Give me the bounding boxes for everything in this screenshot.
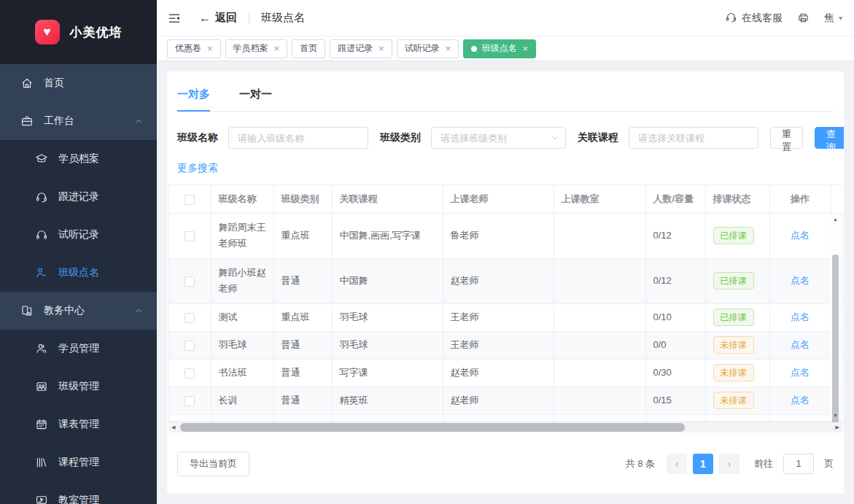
horizontal-scrollbar-thumb[interactable] bbox=[180, 423, 685, 432]
table-header-row: 班级名称班级类别关联课程上课老师上课教室人数/容量排课状态操作 bbox=[169, 185, 844, 213]
cell-name: 测试 bbox=[211, 303, 273, 331]
sidebar-item-class-rollcall[interactable]: 班级点名 bbox=[0, 254, 157, 292]
tab-one-to-one[interactable]: 一对一 bbox=[239, 88, 272, 111]
prev-page-button[interactable]: ‹ bbox=[667, 454, 687, 474]
sidebar-item-schedule-manage[interactable]: 课表管理 bbox=[0, 406, 157, 443]
current-page-button[interactable]: 1 bbox=[693, 454, 713, 474]
column-header: 上课老师 bbox=[443, 185, 554, 213]
navbar-right: 在线客服 焦 ▾ bbox=[725, 11, 842, 26]
sidebar-item-class-manage[interactable]: 班级管理 bbox=[0, 368, 157, 406]
print-icon[interactable] bbox=[797, 12, 810, 24]
cell-action: 点名 bbox=[769, 213, 831, 258]
scroll-up-icon[interactable]: ▲ bbox=[830, 217, 841, 222]
open-tab-follow-record[interactable]: 跟进记录× bbox=[330, 39, 392, 58]
close-tab-icon[interactable]: × bbox=[446, 44, 451, 53]
cell-course: 羽毛球 bbox=[332, 331, 443, 359]
row-checkbox[interactable] bbox=[185, 396, 195, 406]
back-button[interactable]: ← 返回 bbox=[199, 11, 237, 25]
sidebar-item-label: 教室管理 bbox=[58, 494, 99, 504]
rollcall-action-link[interactable]: 点名 bbox=[791, 367, 810, 378]
tab-label: 首页 bbox=[300, 42, 317, 55]
divider bbox=[249, 12, 249, 24]
user-menu[interactable]: 焦 ▾ bbox=[824, 12, 842, 25]
rollcall-action-link[interactable]: 点名 bbox=[791, 339, 810, 350]
cell-room bbox=[554, 359, 645, 387]
more-search-link[interactable]: 更多搜索 bbox=[177, 162, 218, 175]
table-footer: 导出当前页 共 8 条 ‹ 1 › 前往 页 bbox=[177, 451, 834, 476]
pagination: 共 8 条 ‹ 1 › 前往 页 bbox=[626, 454, 834, 474]
close-tab-icon[interactable]: × bbox=[379, 44, 384, 53]
cell-teacher: 王老师 bbox=[443, 303, 554, 331]
open-tab-home[interactable]: 首页 bbox=[292, 39, 325, 58]
rollcall-action-link[interactable]: 点名 bbox=[791, 311, 810, 322]
online-support-button[interactable]: 在线客服 bbox=[725, 11, 783, 26]
open-tab-coupon[interactable]: 优惠卷× bbox=[167, 39, 221, 58]
open-tab-student-archive[interactable]: 学员档案× bbox=[225, 39, 288, 58]
cell-teacher: 王老师 bbox=[443, 331, 554, 359]
close-tab-icon[interactable]: × bbox=[522, 44, 528, 53]
empty-cell bbox=[332, 414, 443, 421]
row-checkbox[interactable] bbox=[185, 231, 195, 241]
cell-course: 精英班 bbox=[332, 387, 443, 414]
related-course-input[interactable] bbox=[629, 127, 758, 149]
reset-button[interactable]: 重置 bbox=[770, 127, 803, 149]
export-page-button[interactable]: 导出当前页 bbox=[177, 451, 249, 476]
open-tabs-bar: 优惠卷×学员档案×首页跟进记录×试听记录×班级点名× bbox=[157, 36, 854, 61]
online-support-label: 在线客服 bbox=[742, 12, 783, 25]
sidebar-item-student-manage[interactable]: 学员管理 bbox=[0, 330, 157, 368]
goto-page-input[interactable] bbox=[783, 454, 814, 474]
row-select-cell bbox=[169, 387, 211, 414]
sidebar-item-classroom-manage[interactable]: 教室管理 bbox=[0, 481, 157, 504]
open-tab-class-rollcall[interactable]: 班级点名× bbox=[463, 39, 536, 58]
cell-name: 舞蹈周末王老师班 bbox=[211, 213, 273, 258]
sidebar-item-follow-record[interactable]: 跟进记录 bbox=[0, 178, 157, 216]
row-checkbox[interactable] bbox=[185, 368, 195, 379]
class-type-select[interactable] bbox=[431, 127, 566, 149]
cell-capacity: 0/12 bbox=[645, 258, 705, 303]
column-header: 班级名称 bbox=[211, 185, 273, 213]
rollcall-action-link[interactable]: 点名 bbox=[791, 230, 810, 241]
class-name-input[interactable] bbox=[228, 127, 368, 149]
sidebar-item-workbench[interactable]: 工作台 bbox=[0, 102, 157, 140]
close-tab-icon[interactable]: × bbox=[274, 44, 280, 53]
select-all-checkbox[interactable] bbox=[185, 195, 195, 205]
goto-label: 前往 bbox=[754, 457, 773, 470]
open-tab-trial-record[interactable]: 试听记录× bbox=[397, 39, 459, 58]
academic-center-icon bbox=[20, 304, 34, 317]
cell-action: 点名 bbox=[769, 258, 831, 303]
sidebar-item-course-manage[interactable]: 课程管理 bbox=[0, 443, 157, 481]
sidebar-item-academic-center[interactable]: 教务中心 bbox=[0, 292, 157, 330]
cell-name: 长训 bbox=[211, 387, 273, 414]
scroll-down-icon[interactable]: ▼ bbox=[830, 413, 841, 418]
close-tab-icon[interactable]: × bbox=[207, 44, 213, 53]
sidebar: ♥ 小美优培 首页工作台学员档案跟进记录试听记录班级点名教务中心学员管理班级管理… bbox=[0, 0, 157, 504]
scroll-left-icon[interactable]: ◀ bbox=[171, 422, 175, 433]
cell-course: 中国舞 bbox=[332, 258, 443, 303]
rollcall-action-link[interactable]: 点名 bbox=[791, 395, 810, 406]
row-checkbox[interactable] bbox=[185, 313, 195, 323]
search-button[interactable]: 查询 bbox=[815, 127, 844, 149]
table-row: 长训普通精英班赵老师0/15未排课点名 bbox=[169, 387, 844, 414]
scroll-right-icon[interactable]: ▶ bbox=[836, 422, 839, 433]
cell-capacity: 0/12 bbox=[645, 213, 705, 258]
tab-label: 班级点名 bbox=[481, 42, 516, 55]
row-checkbox[interactable] bbox=[185, 276, 195, 287]
next-page-button[interactable]: › bbox=[719, 454, 740, 474]
vertical-scrollbar-thumb[interactable] bbox=[832, 255, 839, 433]
empty-cell bbox=[554, 414, 645, 421]
tab-one-to-many[interactable]: 一对多 bbox=[177, 88, 210, 111]
sidebar-item-student-archive[interactable]: 学员档案 bbox=[0, 140, 157, 178]
row-checkbox[interactable] bbox=[185, 341, 195, 351]
rollcall-action-link[interactable]: 点名 bbox=[791, 275, 810, 286]
page-title: 班级点名 bbox=[261, 11, 305, 25]
row-select-cell bbox=[169, 303, 211, 331]
empty-cell bbox=[443, 414, 554, 421]
sidebar-item-label: 跟进记录 bbox=[58, 190, 99, 203]
row-select-cell bbox=[169, 331, 211, 359]
scrollbar-gutter-cell bbox=[831, 185, 844, 213]
table-row: 舞蹈周末王老师班重点班中国舞,画画,写字课鲁老师0/12已排课点名 bbox=[169, 213, 844, 258]
sidebar-item-home[interactable]: 首页 bbox=[0, 64, 157, 102]
collapse-sidebar-icon[interactable] bbox=[167, 11, 182, 26]
column-header: 操作 bbox=[769, 185, 831, 213]
sidebar-item-trial-record[interactable]: 试听记录 bbox=[0, 216, 157, 254]
